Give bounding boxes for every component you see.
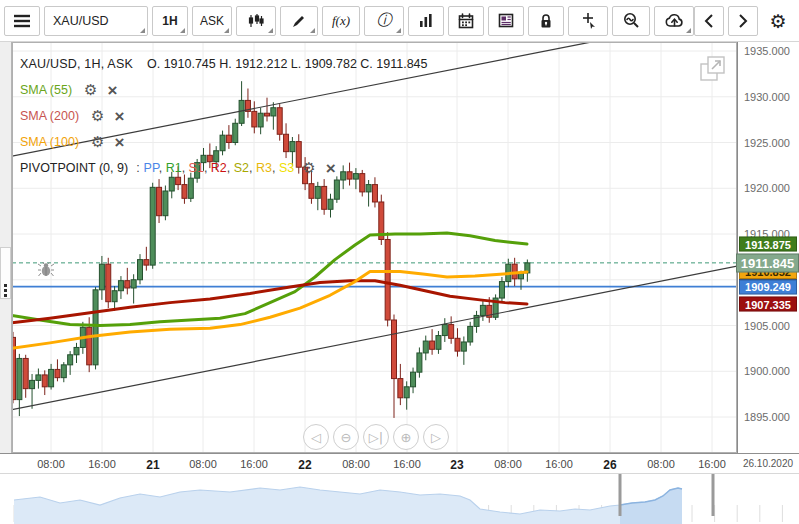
price-type-select[interactable]: ASK xyxy=(192,6,232,36)
time-tick-label: 22 xyxy=(298,458,311,472)
lock-button[interactable] xyxy=(528,6,564,36)
function-icon: f(x) xyxy=(332,13,350,29)
symbol-label: XAU/USD xyxy=(45,14,147,28)
price-badge: 1909.249 xyxy=(739,279,797,294)
price-badge: 1911.845 xyxy=(736,253,799,272)
indicator-row-sma55: SMA (55) ⚙ × xyxy=(20,77,428,103)
time-tick-label: 21 xyxy=(146,458,159,472)
instrument-title: XAU/USD, 1H, ASK xyxy=(20,57,133,71)
pan-left-button[interactable]: ◁ xyxy=(303,424,329,450)
time-tick-label: 08:00 xyxy=(342,458,370,470)
pivot-level-label: R1 xyxy=(166,161,182,175)
splitter-thumb[interactable] xyxy=(0,247,11,299)
symbol-select[interactable]: XAU/USD xyxy=(44,6,148,36)
candle xyxy=(112,286,117,311)
chart-type-button[interactable] xyxy=(236,6,276,36)
candle xyxy=(461,336,466,364)
indicator-label: PIVOTPOINT (0, 9) xyxy=(20,161,128,175)
menu-icon xyxy=(13,14,31,28)
candle xyxy=(150,183,155,269)
top-toolbar: XAU/USD 1H ASK f(x) ⓘ xyxy=(0,0,799,42)
indicator-settings-icon[interactable]: ⚙ xyxy=(91,107,104,125)
crosshair-button[interactable] xyxy=(568,6,608,36)
candle xyxy=(157,179,162,223)
candle xyxy=(17,354,22,416)
upload-button[interactable] xyxy=(654,6,694,36)
zoom-out-button[interactable]: ⊖ xyxy=(333,424,359,450)
candle xyxy=(106,258,111,308)
price-tick-label: 1895.000 xyxy=(744,411,790,423)
pivot-level-label: R3 xyxy=(256,161,272,175)
indicator-settings-icon[interactable]: ⚙ xyxy=(302,159,315,177)
candle xyxy=(480,300,485,321)
time-axis[interactable]: 26.10.2020 08:0016:002108:0016:002208:00… xyxy=(0,453,799,473)
indicator-row-pivotpoint: PIVOTPOINT (0, 9) : PP, R1, S1, R2, S2, … xyxy=(20,155,428,181)
trading-platform-window: XAU/USD 1H ASK f(x) ⓘ xyxy=(0,0,799,524)
pan-right-button[interactable]: ▷ xyxy=(423,424,449,450)
time-tick-label: 16:00 xyxy=(545,458,573,470)
news-button[interactable] xyxy=(488,6,524,36)
chart-legend: XAU/USD, 1H, ASK O. 1910.745 H. 1912.212… xyxy=(20,51,428,181)
candle xyxy=(93,287,98,369)
indicator-settings-icon[interactable]: ⚙ xyxy=(91,133,104,151)
info-button[interactable]: ⓘ xyxy=(364,6,404,36)
menu-button[interactable] xyxy=(4,6,40,36)
candle xyxy=(74,343,79,363)
indicator-close-icon[interactable]: × xyxy=(115,134,125,151)
price-tick-label: 1900.000 xyxy=(744,365,790,377)
range-navigator[interactable] xyxy=(0,473,799,524)
pivot-level-label: S2 xyxy=(234,161,249,175)
time-tick-label: 16:00 xyxy=(393,458,421,470)
indicator-close-icon[interactable]: × xyxy=(326,160,336,177)
grip-dot xyxy=(4,294,7,297)
stats-button[interactable] xyxy=(408,6,444,36)
candle xyxy=(131,274,136,303)
candle xyxy=(23,355,28,398)
settings-button[interactable]: ⚙ xyxy=(762,6,794,36)
chevron-left-icon xyxy=(704,14,714,28)
candle xyxy=(417,347,422,377)
indicators-button[interactable]: f(x) xyxy=(322,6,360,36)
time-tick-label: 16:00 xyxy=(240,458,268,470)
timeframe-select[interactable]: 1H xyxy=(152,6,188,36)
candle xyxy=(30,374,35,409)
indicator-close-icon[interactable]: × xyxy=(115,108,125,125)
pivot-levels-list: PP, R1, S1, R2, S2, R3, S3 xyxy=(144,161,295,175)
indicator-row-sma100: SMA (100) ⚙ × xyxy=(20,129,428,155)
pivot-level-label: PP xyxy=(144,161,159,175)
chevron-right-icon xyxy=(738,14,748,28)
left-panel-splitter[interactable] xyxy=(0,42,12,453)
indicator-settings-icon[interactable]: ⚙ xyxy=(84,81,97,99)
expand-chart-icon[interactable] xyxy=(699,55,727,83)
info-icon: ⓘ xyxy=(377,11,392,30)
time-tick-label: 08:00 xyxy=(494,458,522,470)
time-tick-label: 16:00 xyxy=(698,458,726,470)
axis-corner-date: 26.10.2020 xyxy=(737,458,799,469)
candle xyxy=(398,364,403,405)
price-axis[interactable]: 1935.0001930.0001925.0001920.0001915.000… xyxy=(737,42,799,453)
pivot-level-label: S3 xyxy=(279,161,294,175)
candle xyxy=(499,277,504,303)
crosshair-icon xyxy=(580,12,597,29)
candle xyxy=(423,336,428,361)
navigator-right-handle[interactable] xyxy=(712,474,715,516)
bug-icon[interactable] xyxy=(37,261,55,278)
zoom-in-button[interactable]: ⊕ xyxy=(393,424,419,450)
indicator-close-icon[interactable]: × xyxy=(108,82,118,99)
instrument-info-row: XAU/USD, 1H, ASK O. 1910.745 H. 1912.212… xyxy=(20,51,428,77)
go-to-end-button[interactable]: ▷| xyxy=(363,424,389,450)
calendar-button[interactable] xyxy=(448,6,484,36)
navigator-left-handle[interactable] xyxy=(619,474,622,516)
indicator-label: SMA (200) xyxy=(20,109,79,123)
candle xyxy=(328,194,333,218)
cloud-upload-icon xyxy=(665,13,684,28)
pan-forward-button[interactable] xyxy=(728,6,758,36)
pan-back-button[interactable] xyxy=(694,6,724,36)
zoom-tool-button[interactable] xyxy=(612,6,650,36)
candle xyxy=(163,186,168,221)
news-icon xyxy=(498,13,514,28)
draw-tools-button[interactable] xyxy=(280,6,318,36)
indicator-row-sma200: SMA (200) ⚙ × xyxy=(20,103,428,129)
candle xyxy=(442,318,447,342)
candle xyxy=(366,180,371,207)
